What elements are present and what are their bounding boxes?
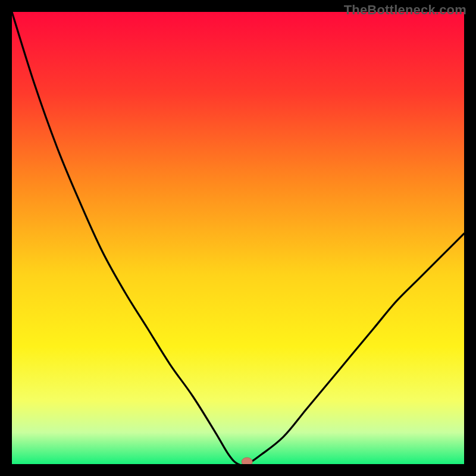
heat-gradient-background <box>12 12 464 464</box>
watermark-label: TheBottleneck.com <box>344 2 466 18</box>
plot-frame <box>12 12 464 464</box>
chart-container: TheBottleneck.com <box>0 0 476 476</box>
minimum-marker <box>242 458 252 464</box>
bottleneck-plot <box>12 12 464 464</box>
